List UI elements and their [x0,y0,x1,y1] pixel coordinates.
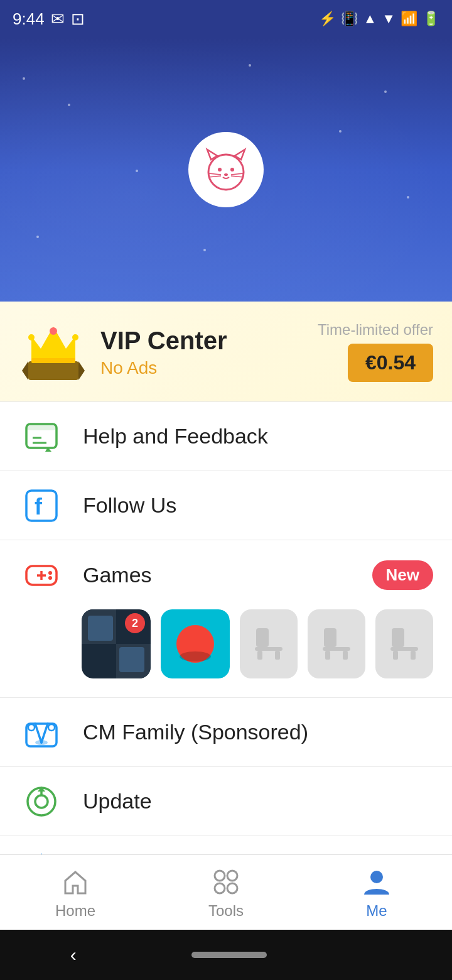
svg-point-5 [224,173,228,176]
avatar[interactable] [188,132,264,207]
svg-point-54 [35,740,48,745]
star-deco [23,77,25,80]
game-icon-placeholder-2[interactable] [308,609,365,678]
star-deco [249,64,251,67]
charging-icon: ▲ [363,11,377,27]
svg-rect-45 [325,651,330,660]
svg-rect-44 [323,647,350,651]
bluetooth-icon: ⚡ [319,11,336,27]
game-icon-chess[interactable]: 2 [82,609,151,678]
cm-family-label: CM Family (Sponsored) [83,720,433,744]
menu-item-cm-family[interactable]: CM Family (Sponsored) [0,698,452,767]
time-display: 9:44 [13,9,45,29]
svg-point-73 [227,883,237,893]
vip-crown-icon [19,317,88,386]
svg-rect-41 [257,651,262,660]
svg-rect-32 [88,616,113,641]
home-icon [59,866,92,898]
menu-item-help[interactable]: Help and Feedback [0,402,452,471]
games-header[interactable]: Games New [0,540,452,609]
status-left: 9:44 ✉ ⊡ [13,9,85,29]
hero-banner [0,38,452,302]
games-section: Games New 2 [0,540,452,698]
svg-point-74 [370,871,383,883]
back-button[interactable]: ‹ [45,938,102,972]
home-pill[interactable] [191,952,267,958]
facebook-icon: f [19,483,64,528]
svg-point-3 [218,168,222,172]
menu-item-follow[interactable]: f Follow Us [0,471,452,540]
svg-point-28 [48,576,52,580]
svg-rect-48 [390,647,418,651]
vip-offer-label: Time-limited offer [318,321,433,339]
game-icon-ball[interactable] [161,609,230,678]
svg-point-58 [35,795,48,808]
recents-button[interactable] [357,949,407,961]
svg-point-70 [215,871,225,881]
wifi-icon: ▼ [382,11,396,27]
svg-text:2: 2 [132,617,138,629]
help-label: Help and Feedback [83,424,433,449]
svg-line-6 [208,173,221,175]
svg-rect-10 [28,361,78,380]
svg-point-56 [48,724,55,731]
games-label: Games [83,563,353,587]
new-badge: New [372,560,433,590]
svg-marker-12 [78,361,85,380]
svg-point-4 [230,168,234,172]
svg-line-9 [231,176,244,177]
me-icon [360,866,393,898]
game-icon-placeholder-3[interactable] [375,609,433,678]
svg-line-8 [231,173,244,175]
svg-point-72 [215,883,225,893]
help-icon [19,414,64,459]
vip-banner[interactable]: VIP Center No Ads Time-limited offer €0.… [0,302,452,402]
svg-marker-11 [22,361,28,380]
follow-label: Follow Us [83,493,433,518]
vibrate-icon: 📳 [341,11,358,27]
update-icon [19,779,64,824]
star-deco [203,249,206,251]
signal-icon: 📶 [401,11,417,27]
svg-line-52 [35,724,41,743]
menu-section: Help and Feedback f Follow Us Games [0,402,452,905]
vip-title: VIP Center [100,325,305,356]
svg-text:f: f [35,494,43,520]
vip-subtitle: No Ads [100,358,305,378]
games-icon [19,552,64,597]
cast-icon: ⊡ [71,9,85,29]
vip-text-block: VIP Center No Ads [100,325,305,378]
svg-rect-49 [393,651,398,660]
nav-me[interactable]: Me [301,855,452,930]
svg-rect-33 [119,647,144,672]
svg-rect-40 [255,647,282,651]
star-deco [68,104,70,106]
update-label: Update [83,789,433,814]
nav-home-label: Home [55,902,95,920]
svg-rect-19 [26,424,56,430]
nav-me-label: Me [366,902,387,920]
svg-line-7 [208,176,221,177]
nav-tools[interactable]: Tools [151,855,301,930]
svg-rect-39 [256,628,269,647]
svg-point-15 [28,334,35,340]
vip-offer-block: Time-limited offer €0.54 [318,321,433,382]
svg-rect-47 [392,628,404,647]
android-nav-bar: ‹ [0,930,452,980]
star-deco [407,196,409,199]
bottom-nav: Home Tools Me [0,854,452,930]
games-icons-row: 2 [0,609,452,685]
tools-icon [210,866,242,898]
game-icon-placeholder-1[interactable] [240,609,298,678]
svg-rect-50 [411,651,416,660]
svg-rect-43 [324,628,336,647]
vip-price-button[interactable]: €0.54 [348,344,433,382]
svg-point-71 [227,871,237,881]
nav-home[interactable]: Home [0,855,151,930]
gmail-icon: ✉ [51,9,65,29]
menu-item-update[interactable]: Update [0,767,452,836]
nav-tools-label: Tools [208,902,244,920]
svg-rect-17 [31,358,75,363]
status-bar: 9:44 ✉ ⊡ ⚡ 📳 ▲ ▼ 📶 🔋 [0,0,452,38]
svg-point-55 [28,724,35,731]
